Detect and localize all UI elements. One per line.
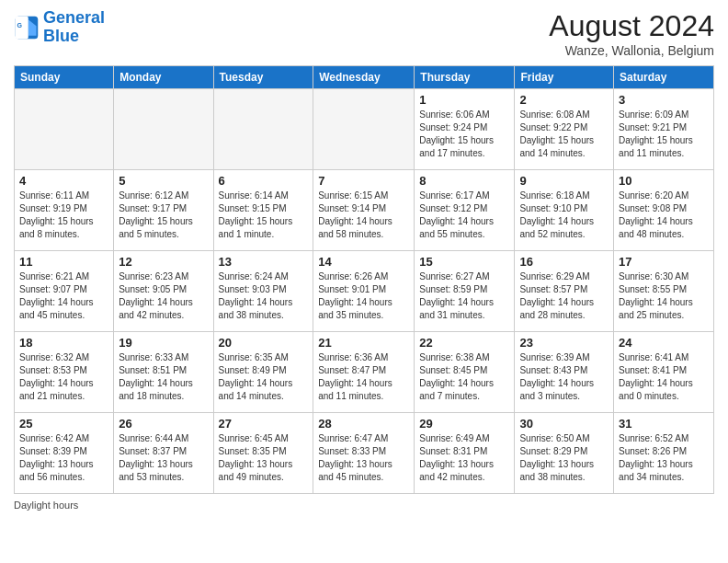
day-number: 9 (519, 174, 609, 188)
day-info: Sunrise: 6:26 AM Sunset: 9:01 PM Dayligh… (318, 270, 409, 322)
calendar-cell (313, 89, 415, 170)
day-number: 20 (219, 336, 309, 350)
calendar-week-4: 25Sunrise: 6:42 AM Sunset: 8:39 PM Dayli… (15, 413, 714, 494)
calendar-header-row: Sunday Monday Tuesday Wednesday Thursday… (15, 66, 714, 89)
day-number: 10 (619, 174, 709, 188)
calendar-cell: 25Sunrise: 6:42 AM Sunset: 8:39 PM Dayli… (15, 413, 114, 494)
day-number: 17 (619, 255, 709, 269)
day-number: 23 (519, 336, 609, 350)
day-number: 1 (419, 93, 509, 107)
calendar-cell: 21Sunrise: 6:36 AM Sunset: 8:47 PM Dayli… (313, 332, 415, 413)
day-info: Sunrise: 6:42 AM Sunset: 8:39 PM Dayligh… (19, 432, 108, 484)
day-info: Sunrise: 6:24 AM Sunset: 9:03 PM Dayligh… (219, 270, 309, 322)
calendar-cell: 4Sunrise: 6:11 AM Sunset: 9:19 PM Daylig… (15, 170, 114, 251)
calendar-cell: 3Sunrise: 6:09 AM Sunset: 9:21 PM Daylig… (614, 89, 714, 170)
day-info: Sunrise: 6:21 AM Sunset: 9:07 PM Dayligh… (19, 270, 108, 322)
calendar-week-2: 11Sunrise: 6:21 AM Sunset: 9:07 PM Dayli… (15, 251, 714, 332)
calendar-cell: 8Sunrise: 6:17 AM Sunset: 9:12 PM Daylig… (415, 170, 515, 251)
calendar-cell: 13Sunrise: 6:24 AM Sunset: 9:03 PM Dayli… (213, 251, 313, 332)
logo-icon: G (14, 15, 40, 40)
calendar-cell: 9Sunrise: 6:18 AM Sunset: 9:10 PM Daylig… (515, 170, 614, 251)
calendar-cell: 29Sunrise: 6:49 AM Sunset: 8:31 PM Dayli… (415, 413, 515, 494)
day-info: Sunrise: 6:35 AM Sunset: 8:49 PM Dayligh… (219, 351, 309, 403)
calendar-cell: 2Sunrise: 6:08 AM Sunset: 9:22 PM Daylig… (515, 89, 614, 170)
page: G General Blue August 2024 Wanze, Wallon… (0, 0, 728, 563)
day-info: Sunrise: 6:41 AM Sunset: 8:41 PM Dayligh… (619, 351, 709, 403)
day-info: Sunrise: 6:32 AM Sunset: 8:53 PM Dayligh… (19, 351, 108, 403)
calendar-cell (114, 89, 213, 170)
calendar-cell: 18Sunrise: 6:32 AM Sunset: 8:53 PM Dayli… (15, 332, 114, 413)
day-number: 11 (19, 255, 108, 269)
calendar-cell (15, 89, 114, 170)
calendar-cell: 28Sunrise: 6:47 AM Sunset: 8:33 PM Dayli… (313, 413, 415, 494)
col-friday: Friday (515, 66, 614, 89)
calendar-week-1: 4Sunrise: 6:11 AM Sunset: 9:19 PM Daylig… (15, 170, 714, 251)
day-number: 22 (419, 336, 509, 350)
day-number: 21 (318, 336, 409, 350)
day-info: Sunrise: 6:06 AM Sunset: 9:24 PM Dayligh… (419, 109, 509, 160)
calendar-cell: 30Sunrise: 6:50 AM Sunset: 8:29 PM Dayli… (515, 413, 614, 494)
calendar-cell: 17Sunrise: 6:30 AM Sunset: 8:55 PM Dayli… (614, 251, 714, 332)
day-number: 18 (19, 336, 108, 350)
day-number: 2 (519, 93, 609, 107)
day-number: 8 (419, 174, 509, 188)
day-info: Sunrise: 6:23 AM Sunset: 9:05 PM Dayligh… (119, 270, 208, 322)
day-info: Sunrise: 6:17 AM Sunset: 9:12 PM Dayligh… (419, 190, 509, 241)
header: G General Blue August 2024 Wanze, Wallon… (14, 9, 714, 58)
col-saturday: Saturday (614, 66, 714, 89)
day-info: Sunrise: 6:14 AM Sunset: 9:15 PM Dayligh… (219, 190, 309, 241)
day-info: Sunrise: 6:44 AM Sunset: 8:37 PM Dayligh… (119, 432, 208, 484)
col-thursday: Thursday (415, 66, 515, 89)
calendar-cell: 1Sunrise: 6:06 AM Sunset: 9:24 PM Daylig… (415, 89, 515, 170)
calendar-cell: 19Sunrise: 6:33 AM Sunset: 8:51 PM Dayli… (114, 332, 213, 413)
day-info: Sunrise: 6:45 AM Sunset: 8:35 PM Dayligh… (219, 432, 309, 484)
day-number: 14 (318, 255, 409, 269)
day-number: 29 (419, 417, 509, 431)
calendar-cell (213, 89, 313, 170)
calendar-cell: 26Sunrise: 6:44 AM Sunset: 8:37 PM Dayli… (114, 413, 213, 494)
day-info: Sunrise: 6:15 AM Sunset: 9:14 PM Dayligh… (318, 190, 409, 241)
day-info: Sunrise: 6:52 AM Sunset: 8:26 PM Dayligh… (619, 432, 709, 484)
day-number: 28 (318, 417, 409, 431)
col-tuesday: Tuesday (213, 66, 313, 89)
day-number: 25 (19, 417, 108, 431)
day-number: 3 (619, 93, 709, 107)
day-number: 27 (219, 417, 309, 431)
day-number: 4 (19, 174, 108, 188)
calendar-cell: 31Sunrise: 6:52 AM Sunset: 8:26 PM Dayli… (614, 413, 714, 494)
day-number: 19 (119, 336, 208, 350)
day-info: Sunrise: 6:20 AM Sunset: 9:08 PM Dayligh… (619, 190, 709, 241)
location: Wanze, Wallonia, Belgium (549, 43, 714, 58)
calendar-cell: 20Sunrise: 6:35 AM Sunset: 8:49 PM Dayli… (213, 332, 313, 413)
calendar-week-0: 1Sunrise: 6:06 AM Sunset: 9:24 PM Daylig… (15, 89, 714, 170)
day-number: 5 (119, 174, 208, 188)
calendar-cell: 6Sunrise: 6:14 AM Sunset: 9:15 PM Daylig… (213, 170, 313, 251)
calendar-cell: 5Sunrise: 6:12 AM Sunset: 9:17 PM Daylig… (114, 170, 213, 251)
day-number: 6 (219, 174, 309, 188)
calendar: Sunday Monday Tuesday Wednesday Thursday… (14, 65, 714, 494)
day-info: Sunrise: 6:50 AM Sunset: 8:29 PM Dayligh… (519, 432, 609, 484)
calendar-cell: 27Sunrise: 6:45 AM Sunset: 8:35 PM Dayli… (213, 413, 313, 494)
day-info: Sunrise: 6:39 AM Sunset: 8:43 PM Dayligh… (519, 351, 609, 403)
calendar-cell: 23Sunrise: 6:39 AM Sunset: 8:43 PM Dayli… (515, 332, 614, 413)
calendar-cell: 15Sunrise: 6:27 AM Sunset: 8:59 PM Dayli… (415, 251, 515, 332)
calendar-cell: 11Sunrise: 6:21 AM Sunset: 9:07 PM Dayli… (15, 251, 114, 332)
day-info: Sunrise: 6:18 AM Sunset: 9:10 PM Dayligh… (519, 190, 609, 241)
col-wednesday: Wednesday (313, 66, 415, 89)
day-number: 31 (619, 417, 709, 431)
day-number: 13 (219, 255, 309, 269)
month-year: August 2024 (549, 9, 714, 43)
day-number: 30 (519, 417, 609, 431)
col-sunday: Sunday (15, 66, 114, 89)
day-number: 26 (119, 417, 208, 431)
day-info: Sunrise: 6:27 AM Sunset: 8:59 PM Dayligh… (419, 270, 509, 322)
logo-text: General Blue (43, 9, 105, 46)
logo: G General Blue (14, 9, 105, 46)
day-info: Sunrise: 6:38 AM Sunset: 8:45 PM Dayligh… (419, 351, 509, 403)
day-number: 7 (318, 174, 409, 188)
day-info: Sunrise: 6:09 AM Sunset: 9:21 PM Dayligh… (619, 109, 709, 160)
calendar-cell: 24Sunrise: 6:41 AM Sunset: 8:41 PM Dayli… (614, 332, 714, 413)
day-info: Sunrise: 6:49 AM Sunset: 8:31 PM Dayligh… (419, 432, 509, 484)
day-number: 15 (419, 255, 509, 269)
day-number: 16 (519, 255, 609, 269)
